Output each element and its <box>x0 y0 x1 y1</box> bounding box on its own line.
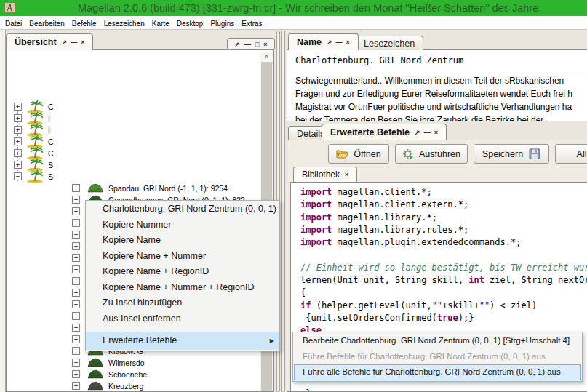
submenu-arrow-icon: ▶ <box>270 332 274 350</box>
expand-box-icon[interactable]: + <box>14 161 22 169</box>
menubar-item-lesezeichen[interactable]: Lesezeichen <box>100 17 148 28</box>
expand-box-icon[interactable]: + <box>14 103 22 111</box>
expand-box-icon[interactable]: + <box>72 265 80 273</box>
minimize-icon[interactable]: — <box>244 41 251 48</box>
context-menu-item-4[interactable]: Kopiere Name + RegionID <box>86 264 279 280</box>
expand-box-icon[interactable]: + <box>72 370 80 378</box>
overview-window-controls[interactable]: ↗—□× <box>227 38 275 50</box>
terrain-icon <box>87 369 104 380</box>
context-menu-item-6[interactable]: Zu Insel hinzufügen <box>86 295 279 311</box>
expand-box-icon[interactable]: + <box>72 242 80 250</box>
region-description[interactable]: Schwiegermutterland.. Willkommen in dies… <box>295 74 587 121</box>
button-alles-spe[interactable]: Alles Spe <box>555 144 587 164</box>
tree-item-label: C <box>48 137 54 146</box>
expand-box-icon[interactable]: + <box>14 126 22 134</box>
tree-item[interactable]: +Schoenebe <box>7 369 260 380</box>
menubar-item-karte[interactable]: Karte <box>148 17 173 28</box>
title-bar[interactable]: Magellan 2.0.6 (build 473) [331-zwrg-frl… <box>0 0 587 16</box>
expand-box-icon[interactable]: + <box>72 184 80 192</box>
tab-bibliothek[interactable]: Bibliothek × <box>293 167 357 182</box>
context-menu-item-0[interactable]: Charlottenburg. GRI Nord Zentrum (0, 0, … <box>86 201 279 217</box>
expand-box-icon[interactable]: + <box>72 219 80 227</box>
menubar-item-plugins[interactable]: Plugins <box>207 17 238 28</box>
code-line: import magellan.client.extern.*; <box>300 199 587 211</box>
tree-item[interactable]: +Wilmersdo <box>7 357 260 369</box>
submenu-item-2[interactable]: Führe alle Befehle für Charlottenburg. G… <box>294 364 581 380</box>
code-line: } <box>300 388 587 392</box>
tree-item-label: I <box>48 114 50 123</box>
expand-box-icon[interactable]: + <box>72 324 80 332</box>
code-line: if (helper.getLevel(unit,""+skill+"") < … <box>300 300 587 312</box>
expand-box-icon[interactable]: + <box>72 289 80 297</box>
expand-box-icon[interactable]: + <box>72 277 80 285</box>
context-menu-item-3[interactable]: Kopiere Name + Nummer <box>86 249 279 265</box>
code-line: { <box>300 287 587 299</box>
expand-box-icon[interactable]: + <box>72 300 80 308</box>
minimize-icon[interactable]: — <box>71 39 77 46</box>
minimize-icon[interactable]: — <box>424 129 431 136</box>
expand-box-icon[interactable]: + <box>72 196 80 204</box>
tab-details-label: Details <box>297 129 324 139</box>
description-line: Fragen und zur Erledigung Eurer Reisefor… <box>295 87 587 100</box>
context-menu-item-9[interactable]: Erweiterte Befehle▶ <box>86 332 279 350</box>
tab-bibliothek-label: Bibliothek <box>302 169 340 180</box>
context-menu-item-1[interactable]: Kopiere Nummer <box>86 217 279 233</box>
folder-open-icon <box>336 149 348 159</box>
description-line: Schwiegermutterland.. Willkommen in dies… <box>295 74 587 87</box>
tree-item-label: S <box>48 172 53 181</box>
context-menu-item-5[interactable]: Kopiere Name + Nummer + RegionID <box>86 280 279 296</box>
tab-lesezeichen[interactable]: Lesezeichen <box>355 36 423 50</box>
expand-box-icon[interactable]: + <box>72 254 80 262</box>
terrain-icon <box>87 357 104 368</box>
close-icon[interactable]: × <box>345 171 348 178</box>
submenu-item-1[interactable]: Führe Befehle für Charlottenburg. GRI No… <box>293 349 582 365</box>
maximize-icon[interactable]: □ <box>255 41 259 48</box>
splitter-handle[interactable] <box>281 31 285 392</box>
magellan-logo-icon <box>4 2 16 13</box>
close-icon[interactable]: × <box>346 39 350 46</box>
minimize-icon[interactable]: — <box>336 39 343 46</box>
region-name-field[interactable]: Charlottenburg. GRI Nord Zentrum <box>295 55 463 65</box>
tree-item[interactable]: +Spandau. GRI Nord (-1, 1, 1): 9254 <box>7 183 260 194</box>
collapse-box-icon[interactable]: − <box>14 172 22 180</box>
float-icon[interactable]: ↗ <box>62 39 68 46</box>
overview-tab-controls: ↗—× <box>62 39 85 46</box>
context-menu-item-2[interactable]: Kopiere Name <box>86 233 279 249</box>
expand-box-icon[interactable]: + <box>14 137 22 145</box>
close-icon[interactable]: × <box>263 41 267 48</box>
description-line: Magistrat vor Ort.nFuer politische und w… <box>295 100 587 113</box>
expand-box-icon[interactable]: + <box>72 207 80 215</box>
expand-box-icon[interactable]: + <box>72 231 80 239</box>
button-speichern[interactable]: Speichern <box>474 144 549 164</box>
menubar-item-extras[interactable]: Extras <box>238 17 265 28</box>
context-menu-item-7[interactable]: Aus Insel entfernen <box>86 311 279 327</box>
tab-erweiterte-befehle[interactable]: Erweiterte Befehle ↗—× <box>322 124 447 140</box>
expand-box-icon[interactable]: + <box>72 382 80 390</box>
left-dock-strip[interactable] <box>0 30 6 392</box>
expand-box-icon[interactable]: + <box>72 347 80 355</box>
expand-box-icon[interactable]: + <box>72 335 80 343</box>
tree-item[interactable]: −S <box>7 171 260 183</box>
expand-box-icon[interactable]: + <box>72 312 80 320</box>
button-öffnen[interactable]: Öffnen <box>328 144 389 164</box>
button-ausführen[interactable]: Ausführen <box>395 144 468 164</box>
expand-box-icon[interactable]: + <box>14 149 22 157</box>
float-icon[interactable]: ↗ <box>234 41 240 48</box>
menubar-item-desktop[interactable]: Desktop <box>173 17 207 28</box>
scroll-up-icon[interactable]: ∧ <box>260 51 273 63</box>
menubar-item-bearbeiten[interactable]: Bearbeiten <box>25 17 68 28</box>
menubar-item-befehle[interactable]: Befehle <box>68 17 100 28</box>
close-icon[interactable]: × <box>434 129 438 136</box>
tab-uebersicht[interactable]: Übersicht ↗—× <box>6 33 93 50</box>
tab-name[interactable]: Name ↗—× <box>288 33 359 50</box>
tree-item-label: Kreuzberg <box>108 382 143 391</box>
submenu-item-0[interactable]: Bearbeite Charlottenburg. GRI Nord Zentr… <box>293 333 582 349</box>
expand-box-icon[interactable]: + <box>72 359 80 367</box>
expand-box-icon[interactable]: + <box>14 114 22 122</box>
close-icon[interactable]: × <box>81 39 84 46</box>
float-icon[interactable]: ↗ <box>327 39 332 46</box>
menubar-item-datei[interactable]: Datei <box>1 17 25 28</box>
tree-item[interactable]: +Kreuzberg <box>7 380 260 391</box>
float-icon[interactable]: ↗ <box>415 129 420 136</box>
code-line: // Einheit wird so lange bestätigt, bis … <box>300 262 587 274</box>
